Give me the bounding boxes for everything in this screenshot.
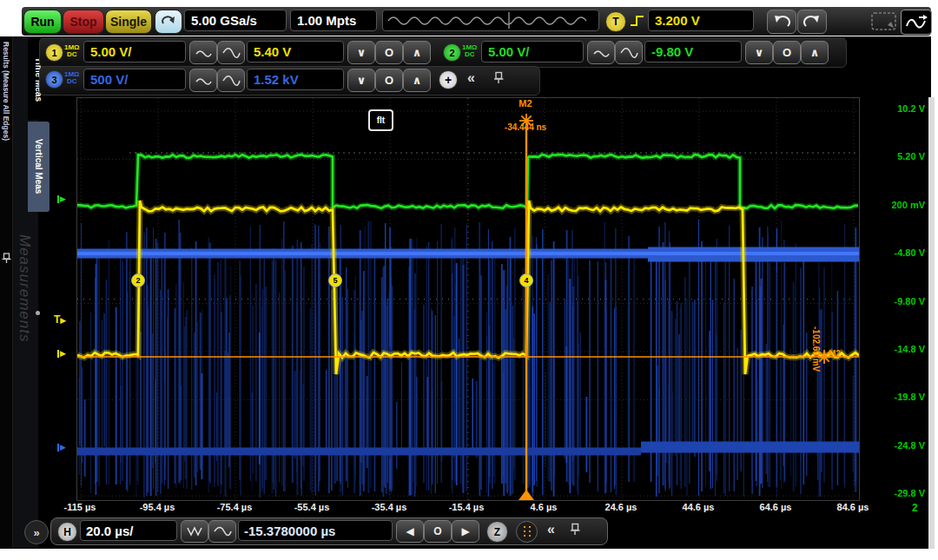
- channel-3-badge[interactable]: 3: [45, 70, 63, 89]
- pin-icon[interactable]: [493, 71, 504, 88]
- ground-icon: [57, 444, 59, 451]
- circular-arrow-icon: [160, 14, 177, 30]
- channel-2-scale-field[interactable]: 5.00 V/: [481, 41, 584, 63]
- autoscale-button[interactable]: [155, 10, 182, 34]
- voltage-label: -9.80 V: [864, 296, 925, 306]
- redo-icon: [802, 14, 822, 30]
- pin-icon[interactable]: [570, 523, 580, 539]
- single-button[interactable]: Single: [105, 10, 152, 34]
- undo-icon: [771, 14, 792, 30]
- timebase-zoom-in-button[interactable]: [208, 520, 236, 543]
- time-label: 44.6 µs: [664, 502, 733, 512]
- channel-3-offset-down-button[interactable]: ∨: [347, 69, 375, 92]
- delay-left-button[interactable]: ◀: [396, 520, 424, 543]
- delay-right-button[interactable]: ▶: [452, 520, 479, 543]
- edge-marker-2[interactable]: 2: [131, 273, 145, 287]
- marker-m2-time-value: -34.444 ns: [484, 122, 567, 132]
- pin-icon[interactable]: [2, 252, 11, 267]
- voltage-label: -14.8 V: [864, 344, 925, 354]
- marker-m2-label[interactable]: M2: [499, 98, 552, 109]
- channel-1-ground-marker[interactable]: ▶: [57, 350, 66, 358]
- trigger-arrow-icon: ▶: [60, 316, 66, 325]
- undo-button[interactable]: [767, 10, 796, 34]
- results-sidebar[interactable]: Results (Measure All Edges): [0, 36, 13, 547]
- time-label: -75.4 µs: [200, 502, 269, 512]
- trigger-level-marker[interactable]: T▶: [54, 313, 66, 326]
- dotted-line-icon: [524, 526, 525, 538]
- time-label: 64.6 µs: [741, 502, 810, 512]
- time-label: 24.6 µs: [586, 502, 656, 512]
- channel-3-offset-field[interactable]: 1.52 kV: [247, 69, 344, 90]
- waveform-math-button[interactable]: [901, 10, 932, 35]
- memory-depth-readout: 1.00 Mpts: [290, 10, 377, 31]
- channel-1-fine-scale-button[interactable]: [189, 41, 217, 64]
- channel-3-coarse-scale-button[interactable]: [217, 69, 245, 92]
- filter-badge: flt: [368, 109, 393, 131]
- channel-2-badge[interactable]: 2: [443, 43, 461, 62]
- channel-3-fine-scale-button[interactable]: [189, 69, 217, 92]
- waveform-display[interactable]: [76, 97, 860, 501]
- measurements-watermark: Measurements: [16, 234, 33, 342]
- run-button[interactable]: Run: [23, 10, 62, 34]
- rectangle-select-icon[interactable]: [870, 11, 898, 36]
- voltage-label: -4.80 V: [864, 247, 925, 258]
- channel-3-offset-up-button[interactable]: ∧: [403, 69, 431, 92]
- channel-1-coarse-scale-button[interactable]: [217, 41, 245, 64]
- trigger-level-field[interactable]: 3.200 V: [648, 10, 754, 31]
- voltage-label: 200 mV: [864, 200, 925, 210]
- channel-1-coupling[interactable]: 1MΩDC: [64, 44, 80, 58]
- results-label: Results (Measure All Edges): [2, 42, 10, 141]
- channel-1-offset-field[interactable]: 5.40 V: [247, 41, 344, 63]
- channel-2-offset-down-button[interactable]: ∨: [745, 41, 773, 64]
- expand-sidebar-button[interactable]: »: [24, 520, 49, 544]
- ground-icon: [57, 350, 59, 358]
- channel-2-offset-up-button[interactable]: ∧: [801, 41, 829, 64]
- channel-2-coarse-scale-button[interactable]: [615, 41, 643, 64]
- collapse-chevrons-icon[interactable]: «: [547, 522, 555, 537]
- edge-marker-5[interactable]: 5: [328, 273, 342, 287]
- channel-3-scale-field[interactable]: 500 V/: [83, 69, 186, 90]
- measurement-tab-strip: Time Meas Vertical Meas Measurements: [13, 36, 38, 547]
- right-edge-strip: [928, 97, 935, 549]
- stop-button[interactable]: Stop: [63, 10, 104, 34]
- channel-2-offset-field[interactable]: -9.80 V: [644, 41, 742, 63]
- zoom-mode-button[interactable]: Z: [486, 521, 508, 543]
- top-toolbar: Run Stop Single 5.00 GSa/s 1.00 Mpts T 3…: [22, 7, 931, 36]
- sidebar-resize-handle[interactable]: [36, 311, 40, 315]
- marker-m2-right-label[interactable]: M2: [829, 349, 841, 359]
- timebase-field[interactable]: 20.0 µs/: [80, 520, 177, 541]
- channel-1-offset-zero-button[interactable]: O: [375, 41, 403, 64]
- timebase-zoom-out-button[interactable]: [181, 520, 208, 543]
- redo-button[interactable]: [797, 10, 827, 34]
- channel-3-coupling[interactable]: 1MΩDC: [64, 71, 80, 85]
- channel-2-ground-marker[interactable]: ▶: [57, 195, 66, 203]
- collapse-chevrons-icon[interactable]: «: [467, 70, 475, 86]
- add-channel-button[interactable]: +: [439, 70, 458, 89]
- channel-1-offset-up-button[interactable]: ∧: [403, 41, 431, 64]
- time-label: -95.4 µs: [122, 502, 192, 512]
- delay-zero-button[interactable]: O: [424, 520, 452, 543]
- time-label: -15.4 µs: [432, 502, 501, 512]
- edge-marker-4[interactable]: 4: [519, 273, 533, 287]
- channel-2-offset-zero-button[interactable]: O: [773, 41, 801, 64]
- trigger-edge-icon[interactable]: [629, 13, 646, 32]
- channel-1-badge[interactable]: 1: [45, 43, 63, 62]
- time-label: -35.4 µs: [354, 502, 424, 512]
- delay-field[interactable]: -15.3780000 µs: [238, 520, 393, 541]
- time-label: -115 µs: [45, 502, 115, 512]
- voltage-label: -29.8 V: [864, 488, 925, 498]
- voltage-label: 10.2 V: [864, 103, 925, 114]
- channel-2-fine-scale-button[interactable]: [587, 41, 615, 64]
- channel-1-scale-field[interactable]: 5.00 V/: [83, 41, 186, 63]
- trigger-source-badge[interactable]: T: [605, 11, 626, 32]
- channel-3-offset-zero-button[interactable]: O: [375, 69, 403, 92]
- timeref-dots-button[interactable]: [516, 521, 538, 543]
- channel-3-ground-marker[interactable]: ▶: [57, 444, 66, 451]
- time-label: -55.4 µs: [277, 502, 347, 512]
- waveform-preview[interactable]: [382, 10, 599, 31]
- voltage-label: -19.8 V: [864, 392, 925, 402]
- channel-1-offset-down-button[interactable]: ∨: [347, 41, 375, 64]
- channel-2-coupling[interactable]: 1MΩDC: [462, 44, 478, 58]
- horizontal-badge[interactable]: H: [57, 522, 77, 542]
- tab-vertical-meas[interactable]: Vertical Meas: [28, 122, 50, 212]
